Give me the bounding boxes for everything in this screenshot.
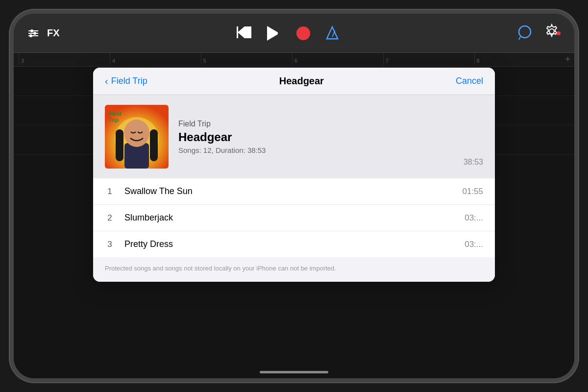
svg-marker-3 [327, 26, 338, 38]
track-name: Swallow The Sun [124, 186, 452, 196]
rewind-button[interactable] [237, 24, 252, 42]
svg-text:Trip: Trip [109, 117, 119, 123]
track-number: 3 [105, 240, 115, 249]
modal-title: Headgear [147, 75, 456, 87]
track-name: Slumberjack [124, 213, 455, 223]
back-button[interactable]: ‹ Field Trip [105, 75, 147, 87]
album-meta: Songs: 12, Duration: 38:53 [178, 146, 454, 154]
metronome-button[interactable] [325, 26, 340, 41]
footer-note: Protected songs and songs not stored loc… [105, 264, 483, 273]
album-art: Field Trip [105, 105, 169, 169]
back-label: Field Trip [111, 76, 147, 86]
svg-text:Field: Field [109, 111, 122, 117]
svg-rect-11 [116, 129, 123, 161]
album-total-duration: 38:53 [464, 158, 483, 169]
svg-line-6 [519, 37, 520, 40]
track-duration: 03:... [465, 213, 483, 223]
toolbar: FX [14, 14, 574, 53]
track-duration: 03:... [465, 240, 483, 249]
home-indicator[interactable] [260, 371, 328, 373]
record-button[interactable] [296, 26, 310, 40]
phone-frame: FX [10, 10, 578, 382]
track-item[interactable]: 1 Swallow The Sun 01:55 [93, 178, 495, 205]
svg-point-7 [549, 29, 554, 34]
notification-dot [557, 31, 561, 35]
svg-line-4 [332, 30, 335, 37]
daw-background: FX [14, 14, 574, 378]
track-duration: 01:55 [462, 187, 483, 196]
track-number: 2 [105, 213, 115, 223]
song-picker-modal: ‹ Field Trip Headgear Cancel [93, 68, 495, 282]
svg-rect-12 [150, 129, 158, 161]
album-name: Headgear [178, 130, 454, 144]
sliders-icon[interactable] [28, 30, 38, 36]
modal-header: ‹ Field Trip Headgear Cancel [93, 68, 495, 95]
album-info: Field Trip Headgear Songs: 12, Duration:… [178, 120, 454, 154]
modal-overlay: ‹ Field Trip Headgear Cancel [14, 53, 574, 378]
album-section: Field Trip Field Trip Headgear Songs: 12… [93, 95, 495, 178]
chat-button[interactable] [516, 24, 533, 43]
track-number: 1 [105, 187, 115, 196]
track-name: Pretty Dress [124, 239, 455, 249]
svg-point-5 [519, 26, 531, 38]
svg-marker-0 [238, 26, 245, 38]
svg-rect-2 [237, 26, 238, 38]
track-item[interactable]: 2 Slumberjack 03:... [93, 205, 495, 231]
back-chevron-icon: ‹ [105, 75, 108, 87]
modal-footer: Protected songs and songs not stored loc… [93, 257, 495, 282]
track-item[interactable]: 3 Pretty Dress 03:... [93, 231, 495, 257]
svg-point-13 [124, 120, 149, 147]
cancel-button[interactable]: Cancel [456, 76, 483, 86]
svg-rect-1 [245, 26, 251, 38]
album-artist: Field Trip [178, 120, 454, 128]
track-list: 1 Swallow The Sun 01:55 2 Slumberjack 03… [93, 178, 495, 257]
play-button[interactable] [267, 26, 282, 41]
fx-label: FX [47, 27, 60, 39]
